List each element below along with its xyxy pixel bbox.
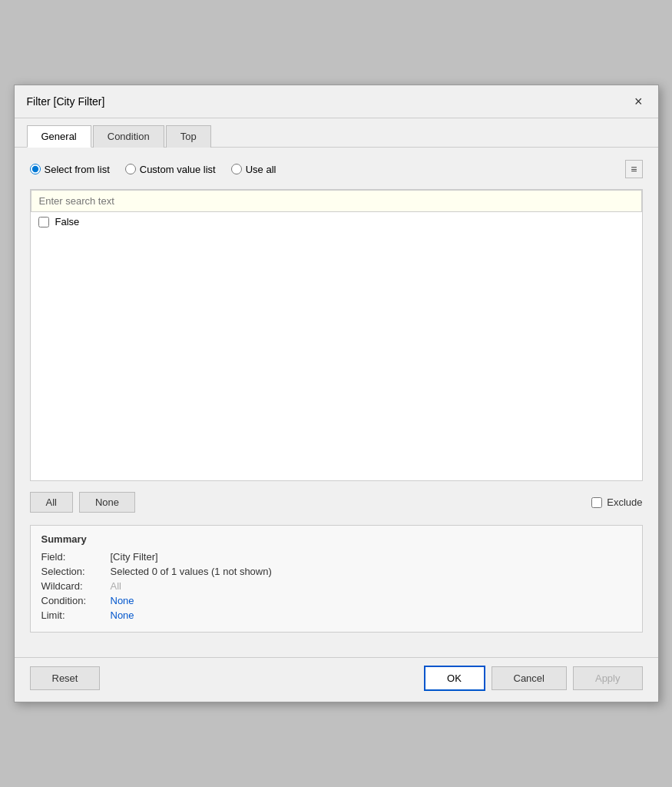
tab-top[interactable]: Top	[166, 125, 211, 148]
footer-left: Reset	[30, 666, 101, 690]
ok-button[interactable]: OK	[424, 666, 485, 691]
cancel-button[interactable]: Cancel	[492, 666, 567, 690]
summary-selection-label: Selection:	[41, 566, 111, 577]
title-bar: Filter [City Filter] ×	[15, 85, 658, 118]
footer: Reset OK Cancel Apply	[15, 657, 658, 702]
summary-limit-label: Limit:	[41, 609, 111, 621]
radio-select-from-list[interactable]: Select from list	[30, 164, 110, 175]
selection-btn-row: All None Exclude	[30, 492, 643, 513]
summary-wildcard-value: All	[111, 580, 121, 592]
radio-custom-value-list[interactable]: Custom value list	[125, 164, 216, 175]
list-item-label: False	[55, 216, 80, 227]
radio-row: Select from list Custom value list Use a…	[30, 160, 643, 178]
close-button[interactable]: ×	[631, 93, 646, 110]
list-item-checkbox[interactable]	[38, 217, 49, 227]
summary-row-selection: Selection: Selected 0 of 1 values (1 not…	[41, 566, 631, 577]
summary-condition-label: Condition:	[41, 595, 111, 606]
summary-box: Summary Field: [City Filter] Selection: …	[30, 525, 643, 633]
summary-field-value: [City Filter]	[111, 551, 158, 563]
filter-dialog: Filter [City Filter] × General Condition…	[14, 85, 659, 702]
search-input[interactable]	[31, 190, 642, 212]
summary-wildcard-label: Wildcard:	[41, 580, 111, 592]
reset-button[interactable]: Reset	[30, 666, 101, 690]
summary-condition-value[interactable]: None	[111, 595, 134, 606]
filter-list-area: False	[30, 189, 643, 481]
summary-selection-value: Selected 0 of 1 values (1 not shown)	[111, 566, 272, 577]
summary-row-limit: Limit: None	[41, 609, 631, 621]
menu-icon-button[interactable]: ≡	[625, 160, 642, 178]
summary-limit-value[interactable]: None	[111, 609, 134, 621]
list-item[interactable]: False	[31, 212, 642, 231]
summary-row-field: Field: [City Filter]	[41, 551, 631, 563]
exclude-option[interactable]: Exclude	[591, 496, 642, 508]
exclude-checkbox[interactable]	[591, 497, 602, 508]
all-button[interactable]: All	[30, 492, 73, 513]
apply-button[interactable]: Apply	[573, 666, 643, 690]
none-button[interactable]: None	[79, 492, 135, 513]
summary-field-label: Field:	[41, 551, 111, 563]
summary-row-condition: Condition: None	[41, 595, 631, 606]
summary-title: Summary	[41, 533, 631, 545]
tab-general[interactable]: General	[27, 125, 91, 148]
dialog-title: Filter [City Filter]	[27, 95, 105, 108]
tab-bar: General Condition Top	[15, 118, 658, 148]
summary-row-wildcard: Wildcard: All	[41, 580, 631, 592]
radio-use-all[interactable]: Use all	[231, 164, 276, 175]
main-content: Select from list Custom value list Use a…	[15, 148, 658, 657]
tab-condition[interactable]: Condition	[93, 125, 164, 148]
